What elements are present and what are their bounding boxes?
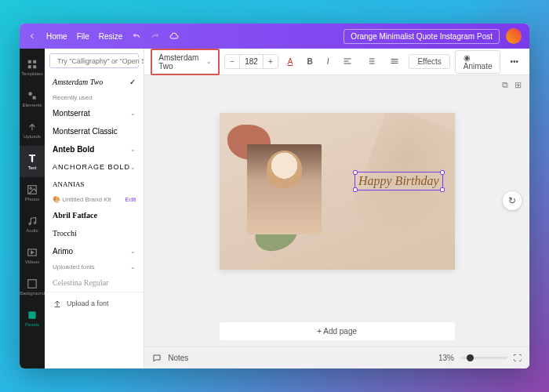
side-rail: Templates Elements Uploads Text Photos A… <box>20 49 45 368</box>
canvas-area: ⧉ ⊞ Happy Birthday ↻ <box>144 75 529 368</box>
back-icon[interactable] <box>27 31 37 41</box>
app-window: Home File Resize Orange Minimalist Quote… <box>20 24 529 368</box>
spacing-button[interactable] <box>385 54 404 70</box>
font-search[interactable] <box>49 53 139 68</box>
chevron-down-icon: ⌄ <box>130 146 136 153</box>
home-link[interactable]: Home <box>46 32 67 41</box>
rail-templates[interactable]: Templates <box>20 52 45 83</box>
rail-pexels[interactable]: Pexels <box>20 303 45 334</box>
font-current[interactable]: Amsterdam Two✓ <box>45 73 144 91</box>
undo-icon[interactable] <box>132 31 141 41</box>
document-title[interactable]: Orange Minimalist Quote Instagram Post <box>344 29 500 44</box>
top-bar: Home File Resize Orange Minimalist Quote… <box>20 24 529 49</box>
chevron-down-icon: ⌄ <box>130 248 136 255</box>
add-page-button[interactable]: + Add page <box>220 322 455 340</box>
animate-button[interactable]: ◉ Animate <box>455 50 501 74</box>
svg-rect-5 <box>33 96 36 100</box>
text-toolbar: Amsterdam Two⌄ −182+ A B I Effects ◉ Ani… <box>144 49 529 75</box>
chevron-down-icon: ⌄ <box>130 263 136 270</box>
check-icon: ✓ <box>129 78 136 86</box>
svg-rect-1 <box>33 60 36 64</box>
font-item[interactable]: Montserrat⌄ <box>45 104 144 122</box>
font-panel: Amsterdam Two✓ Recently used Montserrat⌄… <box>45 49 144 368</box>
chevron-down-icon: ⌄ <box>130 164 136 171</box>
svg-rect-0 <box>28 60 31 64</box>
font-size-stepper[interactable]: −182+ <box>224 54 278 69</box>
upload-icon <box>53 299 62 308</box>
svg-rect-12 <box>28 311 35 318</box>
font-item[interactable]: Trocchi <box>45 224 144 242</box>
chevron-down-icon: ⌄ <box>206 58 212 65</box>
editor-area: Amsterdam Two⌄ −182+ A B I Effects ◉ Ani… <box>144 49 529 368</box>
notes-icon <box>152 354 162 363</box>
recent-head: Recently used <box>45 91 144 104</box>
italic-button[interactable]: I <box>322 55 334 68</box>
rail-videos[interactable]: Videos <box>20 240 45 271</box>
photo-placeholder[interactable] <box>247 144 322 234</box>
redo-icon[interactable] <box>151 31 160 41</box>
font-item[interactable]: Celestina Regular <box>45 274 144 292</box>
decrease-button[interactable]: − <box>225 55 240 68</box>
font-item[interactable]: Anteb Bold⌄ <box>45 140 144 158</box>
align-button[interactable] <box>338 54 357 70</box>
rail-photos[interactable]: Photos <box>20 177 45 209</box>
fullscreen-icon[interactable]: ⛶ <box>514 354 522 362</box>
font-item[interactable]: Montserrat Classic <box>45 122 144 140</box>
text-color-button[interactable]: A <box>283 55 298 68</box>
selected-text-box[interactable]: Happy Birthday <box>354 172 443 191</box>
font-item[interactable]: ANANIAS <box>45 176 144 193</box>
rail-audio[interactable]: Audio <box>20 209 45 240</box>
list-button[interactable] <box>362 54 380 70</box>
rail-background[interactable]: Background <box>20 271 45 303</box>
uploaded-head: Uploaded fonts⌄ <box>45 260 144 274</box>
edit-link[interactable]: Edit <box>125 196 136 203</box>
avatar[interactable] <box>506 28 522 44</box>
refresh-canvas-button[interactable]: ↻ <box>503 191 522 210</box>
more-button[interactable]: ••• <box>505 55 523 68</box>
svg-rect-3 <box>33 65 36 68</box>
bold-button[interactable]: B <box>302 55 317 68</box>
effects-button[interactable]: Effects <box>409 54 449 69</box>
font-dropdown[interactable]: Amsterdam Two⌄ <box>151 49 220 75</box>
rail-elements[interactable]: Elements <box>20 83 45 114</box>
main-body: Templates Elements Uploads Text Photos A… <box>20 49 529 368</box>
svg-point-9 <box>34 222 35 223</box>
svg-point-4 <box>28 92 32 96</box>
bottom-bar: Notes 13% ⛶ <box>144 347 529 368</box>
upload-font-button[interactable]: Upload a font <box>45 292 144 314</box>
rail-uploads[interactable]: Uploads <box>20 114 45 146</box>
file-menu[interactable]: File <box>77 32 89 41</box>
zoom-label: 13% <box>438 354 454 362</box>
svg-point-7 <box>30 187 31 189</box>
canvas[interactable]: Happy Birthday ↻ + <box>220 113 455 270</box>
notes-button[interactable]: Notes <box>168 354 188 362</box>
cloud-sync-icon[interactable] <box>169 31 179 41</box>
resize-menu[interactable]: Resize <box>99 32 123 41</box>
font-item[interactable]: ANCHORAGE BOLD⌄ <box>45 158 144 176</box>
svg-rect-2 <box>28 65 31 68</box>
svg-point-8 <box>29 223 31 224</box>
rail-text[interactable]: Text <box>20 146 45 177</box>
palette-icon: 🎨 <box>53 196 62 203</box>
search-input[interactable] <box>57 57 144 65</box>
increase-button[interactable]: + <box>263 55 278 68</box>
svg-rect-11 <box>28 280 37 289</box>
zoom-slider[interactable] <box>460 357 507 359</box>
brand-head: 🎨 Untitled Brand KitEdit <box>45 193 144 206</box>
font-item[interactable]: Abril Fatface <box>45 206 144 224</box>
font-item[interactable]: Arimo⌄ <box>45 242 144 260</box>
chevron-down-icon: ⌄ <box>130 110 136 117</box>
